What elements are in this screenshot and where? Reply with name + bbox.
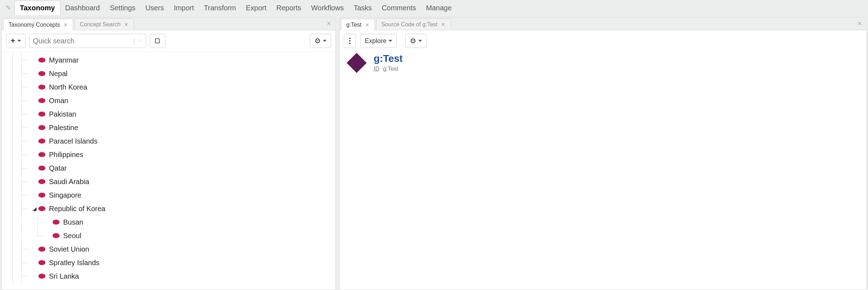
menu-transform[interactable]: Transform bbox=[199, 1, 241, 15]
concept-dot-icon bbox=[38, 206, 45, 211]
tab-gtest[interactable]: g:Test ✕ bbox=[341, 19, 375, 30]
menu-settings[interactable]: Settings bbox=[105, 1, 140, 15]
add-button[interactable]: + bbox=[6, 34, 26, 48]
tree-node[interactable]: Busan bbox=[2, 215, 335, 229]
tree-node[interactable]: Qatar bbox=[2, 161, 335, 175]
tree-node[interactable]: North Korea bbox=[2, 80, 335, 94]
concept-dot-icon bbox=[38, 260, 45, 265]
more-button[interactable] bbox=[344, 34, 356, 48]
concept-dot-icon bbox=[38, 98, 45, 103]
settings-button[interactable]: ⚙ bbox=[310, 34, 331, 48]
menu-dashboard[interactable]: Dashboard bbox=[60, 1, 105, 15]
concept-tree[interactable]: MyanmarNepalNorth KoreaOmanPakistanPales… bbox=[2, 52, 335, 290]
tree-node-label: Saudi Arabia bbox=[49, 178, 89, 186]
tree-node[interactable]: Pakistan bbox=[2, 107, 335, 121]
right-tabstrip: g:Test ✕ Source Code of g:Test ✕ ✕ bbox=[340, 17, 866, 30]
concept-dot-icon bbox=[38, 58, 45, 63]
concept-dot-icon bbox=[38, 152, 45, 157]
concept-dot-icon bbox=[38, 85, 45, 90]
tree-node[interactable]: Palestine bbox=[2, 121, 335, 134]
tree-guide bbox=[2, 134, 32, 148]
concept-dot-icon bbox=[38, 247, 45, 252]
tab-concept-search[interactable]: Concept Search ✕ bbox=[75, 18, 134, 30]
tree-guide bbox=[2, 242, 32, 256]
plus-icon: + bbox=[11, 36, 15, 45]
tree-node[interactable]: Paracel Islands bbox=[2, 134, 335, 148]
tree-toggle[interactable]: ◢ bbox=[32, 206, 37, 211]
tree-node-label: Republic of Korea bbox=[49, 205, 105, 213]
concept-title: g:Test bbox=[374, 53, 403, 64]
tree-guide bbox=[2, 53, 32, 67]
tree-node[interactable]: Singapore bbox=[2, 188, 335, 202]
tab-source-code[interactable]: Source Code of g:Test ✕ bbox=[376, 18, 451, 30]
close-icon[interactable]: ✕ bbox=[326, 20, 331, 27]
menu-workflows[interactable]: Workflows bbox=[306, 1, 349, 15]
book-button[interactable] bbox=[150, 34, 165, 48]
menu-users[interactable]: Users bbox=[141, 1, 169, 15]
tree-node[interactable]: Seoul bbox=[2, 229, 335, 242]
tree-node-label: Oman bbox=[49, 97, 68, 105]
tree-guide bbox=[2, 161, 32, 175]
menu-comments[interactable]: Comments bbox=[377, 1, 421, 15]
menu-manage[interactable]: Manage bbox=[421, 1, 457, 15]
kebab-icon bbox=[349, 38, 351, 39]
tree-guide bbox=[2, 94, 32, 107]
tree-node[interactable]: Nepal bbox=[2, 67, 335, 80]
tree-node-label: Sri Lanka bbox=[49, 272, 79, 280]
gear-icon: ⚙ bbox=[410, 37, 416, 45]
menu-tasks[interactable]: Tasks bbox=[349, 1, 377, 15]
close-icon[interactable]: ✕ bbox=[64, 22, 68, 28]
concept-header: g:Test ID g:Test bbox=[374, 53, 403, 72]
tree-node[interactable]: Saudi Arabia bbox=[2, 175, 335, 188]
concept-dot-icon bbox=[38, 274, 45, 279]
concept-dot-icon bbox=[38, 193, 45, 198]
concept-dot-icon bbox=[53, 233, 60, 238]
tree-guide bbox=[2, 80, 32, 94]
left-tabstrip: Taxonomy Concepts ✕ Concept Search ✕ ✕ bbox=[2, 17, 335, 30]
tree-node-label: North Korea bbox=[49, 83, 87, 91]
tree-node[interactable]: ◢Republic of Korea bbox=[2, 202, 335, 215]
concept-detail: g:Test ID g:Test bbox=[340, 52, 866, 74]
menu-reports[interactable]: Reports bbox=[271, 1, 306, 15]
right-toolbar: Explore ⚙ bbox=[340, 30, 866, 52]
tree-node-label: Soviet Union bbox=[49, 245, 89, 253]
tree-node[interactable]: Spratley Islands bbox=[2, 256, 335, 269]
tab-taxonomy-concepts[interactable]: Taxonomy Concepts ✕ bbox=[3, 19, 73, 30]
pencil-icon: ✎ bbox=[2, 4, 15, 12]
id-label: ID bbox=[374, 66, 379, 72]
tree-node-label: Paracel Islands bbox=[49, 137, 98, 145]
tab-label: Source Code of g:Test bbox=[381, 21, 438, 28]
concept-dot-icon bbox=[38, 166, 45, 171]
top-menubar: ✎ Taxonomy Dashboard Settings Users Impo… bbox=[0, 0, 868, 16]
concept-dot-icon bbox=[38, 125, 45, 130]
tree-node-label: Qatar bbox=[49, 164, 67, 172]
concept-dot-icon bbox=[53, 220, 60, 225]
tree-node[interactable]: Oman bbox=[2, 94, 335, 107]
caret-down-icon bbox=[17, 40, 21, 42]
explore-label: Explore bbox=[365, 37, 386, 45]
menu-import[interactable]: Import bbox=[169, 1, 199, 15]
settings-button[interactable]: ⚙ bbox=[405, 34, 427, 48]
tree-node[interactable]: Philippines bbox=[2, 148, 335, 161]
tree-node[interactable]: Soviet Union bbox=[2, 242, 335, 256]
chevron-down-icon[interactable]: ﹀ bbox=[137, 38, 142, 44]
menu-taxonomy[interactable]: Taxonomy bbox=[15, 1, 60, 15]
concept-dot-icon bbox=[38, 112, 45, 117]
menu-export[interactable]: Export bbox=[241, 1, 271, 15]
tree-guide bbox=[2, 175, 32, 188]
tree-node-label: Singapore bbox=[49, 191, 81, 199]
close-icon[interactable]: ✕ bbox=[857, 20, 862, 27]
quick-search[interactable]: | ﹀ bbox=[29, 34, 146, 48]
tree-node-label: Busan bbox=[63, 218, 83, 226]
caret-down-icon bbox=[323, 40, 326, 42]
divider: | bbox=[131, 37, 137, 45]
tree-node[interactable]: Myanmar bbox=[2, 53, 335, 67]
tree-guide bbox=[2, 215, 46, 229]
tree-node[interactable]: Sri Lanka bbox=[2, 269, 335, 283]
tree-guide bbox=[2, 121, 32, 134]
explore-button[interactable]: Explore bbox=[360, 34, 397, 48]
close-icon[interactable]: ✕ bbox=[441, 22, 445, 27]
close-icon[interactable]: ✕ bbox=[365, 22, 369, 28]
search-input[interactable] bbox=[33, 37, 131, 45]
close-icon[interactable]: ✕ bbox=[124, 22, 128, 27]
